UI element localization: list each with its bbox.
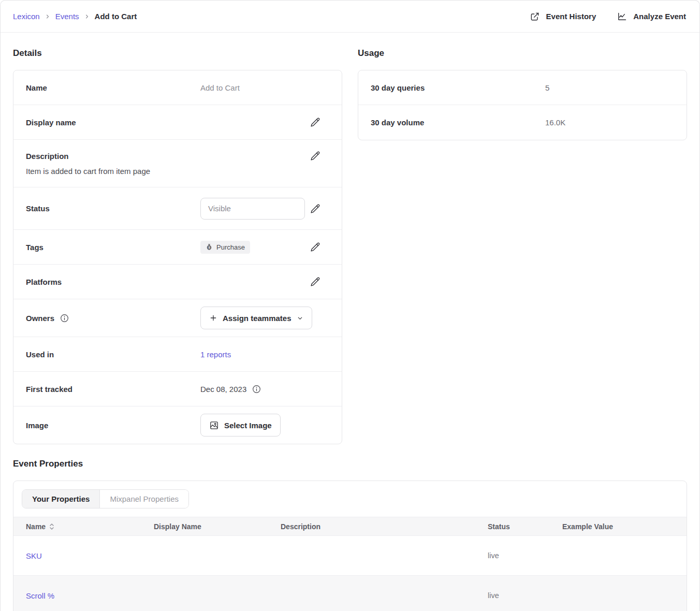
volume-value: 16.0K (545, 118, 666, 127)
column-example-value: Example Value (562, 522, 687, 531)
tab-your-properties[interactable]: Your Properties (22, 490, 99, 508)
first-tracked-value: Dec 08, 2023 (200, 385, 246, 394)
edit-display-name-button[interactable] (310, 117, 321, 128)
property-row-sku[interactable]: SKU live (13, 536, 687, 576)
volume-label: 30 day volume (371, 118, 545, 127)
usage-row-volume: 30 day volume 16.0K (358, 105, 687, 140)
property-status: live (488, 591, 562, 600)
tab-mixpanel-properties[interactable]: Mixpanel Properties (99, 490, 188, 508)
breadcrumb-events[interactable]: Events (55, 12, 79, 21)
queries-value: 5 (545, 83, 666, 92)
pencil-icon (310, 241, 321, 253)
detail-row-tags: Tags $ Purchase (13, 230, 342, 265)
details-title: Details (13, 48, 342, 59)
detail-row-name: Name Add to Cart (13, 70, 342, 105)
status-select[interactable]: Visible (200, 198, 305, 220)
select-image-button[interactable]: Select Image (200, 414, 281, 437)
tag-purchase[interactable]: $ Purchase (200, 241, 250, 254)
reports-link[interactable]: 1 reports (200, 350, 231, 359)
analyze-event-label: Analyze Event (633, 12, 686, 21)
event-properties-title: Event Properties (13, 459, 687, 469)
display-name-label: Display name (26, 118, 200, 127)
property-link-sku[interactable]: SKU (26, 551, 42, 560)
event-properties-card: Your Properties Mixpanel Properties Name… (13, 481, 687, 611)
property-status: live (488, 551, 562, 560)
detail-row-image: Image Select Image (13, 406, 342, 444)
tag-label: Purchase (216, 243, 245, 251)
usage-card: 30 day queries 5 30 day volume 16.0K (358, 70, 687, 140)
sort-icon[interactable] (49, 523, 54, 530)
select-image-label: Select Image (224, 421, 272, 430)
name-value: Add to Cart (200, 83, 321, 92)
detail-row-owners: Owners Assign teammates (13, 299, 342, 337)
status-label: Status (26, 204, 200, 213)
top-bar: Lexicon Events Add to Cart Event History (1, 1, 699, 33)
column-display-name: Display Name (154, 522, 281, 531)
detail-row-platforms: Platforms (13, 265, 342, 299)
line-chart-icon (617, 11, 627, 22)
detail-row-status: Status Visible (13, 187, 342, 230)
properties-tab-group: Your Properties Mixpanel Properties (22, 489, 189, 508)
info-icon[interactable] (60, 313, 69, 323)
assign-teammates-button[interactable]: Assign teammates (200, 307, 312, 329)
breadcrumb-lexicon[interactable]: Lexicon (13, 12, 40, 21)
event-properties-section: Event Properties Your Properties Mixpane… (13, 459, 687, 611)
chevron-right-icon (84, 13, 90, 20)
money-bag-icon: $ (206, 243, 213, 251)
image-icon (209, 420, 219, 430)
usage-row-queries: 30 day queries 5 (358, 70, 687, 105)
edit-description-button[interactable] (310, 150, 321, 162)
edit-platforms-button[interactable] (310, 276, 321, 287)
description-value: Item is added to cart from item page (26, 167, 321, 176)
pencil-icon (310, 117, 321, 128)
external-link-icon (530, 11, 540, 22)
details-section: Details Name Add to Cart Display name (13, 33, 342, 444)
property-row-scroll-pct[interactable]: Scroll % live (13, 576, 687, 611)
usage-title: Usage (358, 48, 687, 59)
main-content: Details Name Add to Cart Display name (1, 33, 699, 611)
detail-row-display-name: Display name (13, 105, 342, 140)
usage-section: Usage 30 day queries 5 30 day volume 16.… (358, 33, 687, 140)
pencil-icon (310, 150, 321, 162)
detail-row-used-in: Used in 1 reports (13, 337, 342, 372)
pencil-icon (310, 203, 321, 214)
queries-label: 30 day queries (371, 83, 545, 92)
detail-row-description: Description Item is added to cart from i… (13, 140, 342, 187)
breadcrumb: Lexicon Events Add to Cart (13, 12, 137, 21)
plus-icon (209, 314, 217, 322)
platforms-label: Platforms (26, 278, 200, 286)
properties-table-header: Name Display Name Description Status Exa… (13, 517, 687, 536)
event-history-label: Event History (546, 12, 596, 21)
tags-label: Tags (26, 243, 200, 252)
column-description: Description (281, 522, 488, 531)
column-status: Status (488, 522, 562, 531)
property-link-scroll-pct[interactable]: Scroll % (26, 591, 54, 600)
description-label: Description (26, 152, 200, 161)
event-history-button[interactable]: Event History (530, 11, 596, 22)
details-card: Name Add to Cart Display name (13, 70, 342, 444)
lexicon-event-detail-page: Lexicon Events Add to Cart Event History (0, 0, 700, 611)
chevron-down-icon (297, 315, 303, 322)
analyze-event-button[interactable]: Analyze Event (617, 11, 686, 22)
edit-status-button[interactable] (310, 203, 321, 214)
name-label: Name (26, 83, 200, 92)
owners-label: Owners (26, 314, 54, 323)
info-icon[interactable] (252, 384, 261, 394)
detail-row-first-tracked: First tracked Dec 08, 2023 (13, 372, 342, 406)
pencil-icon (310, 276, 321, 287)
edit-tags-button[interactable] (310, 241, 321, 253)
first-tracked-label: First tracked (26, 385, 200, 394)
breadcrumb-current-event: Add to Cart (95, 12, 137, 21)
chevron-right-icon (45, 13, 51, 20)
image-label: Image (26, 421, 200, 430)
used-in-label: Used in (26, 350, 200, 359)
assign-teammates-label: Assign teammates (223, 314, 291, 323)
column-name[interactable]: Name (26, 522, 46, 531)
header-actions: Event History Analyze Event (530, 11, 686, 22)
